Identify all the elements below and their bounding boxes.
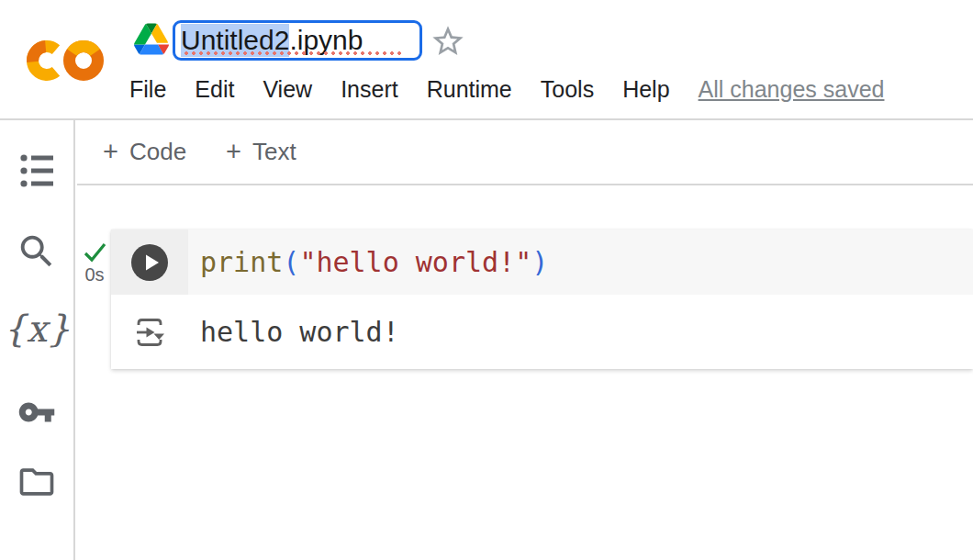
execution-indicator: 0s (79, 241, 110, 286)
check-icon (83, 241, 107, 263)
menu-tools[interactable]: Tools (541, 76, 594, 103)
code-token-string: "hello world!" (299, 246, 531, 278)
cell-code-row: print("hello world!") (111, 230, 973, 295)
add-code-button[interactable]: + Code (103, 136, 186, 167)
variables-icon[interactable]: {x} (3, 307, 70, 351)
menu-help[interactable]: Help (622, 76, 669, 103)
header: Untitled2.ipynb File Edit View Insert Ru… (0, 0, 973, 118)
play-icon (131, 244, 168, 281)
cell-output-icon[interactable] (134, 315, 165, 350)
output-gutter (111, 315, 188, 350)
add-text-label: Text (252, 138, 296, 166)
menu-view[interactable]: View (263, 76, 312, 103)
toolbar-divider (77, 184, 973, 185)
left-sidebar: {x} (0, 120, 75, 560)
colab-logo[interactable] (26, 37, 108, 84)
search-icon[interactable] (16, 230, 58, 273)
add-text-button[interactable]: + Text (226, 136, 296, 167)
code-cell: print("hello world!") hello world! (111, 230, 973, 369)
add-code-label: Code (129, 138, 186, 166)
cell-run-gutter (111, 230, 188, 295)
google-drive-icon (134, 23, 169, 55)
spellcheck-underline (183, 50, 401, 56)
run-cell-button[interactable] (131, 244, 168, 281)
folder-icon[interactable] (17, 462, 57, 502)
key-icon[interactable] (17, 393, 56, 431)
code-token-close-paren: ) (531, 246, 548, 278)
code-editor[interactable]: print("hello world!") (188, 230, 973, 295)
save-status-link[interactable]: All changes saved (699, 76, 885, 103)
menu-runtime[interactable]: Runtime (427, 76, 512, 103)
menu-edit[interactable]: Edit (195, 76, 234, 103)
menu-bar: File Edit View Insert Runtime Tools Help… (129, 76, 884, 103)
code-token-open-paren: ( (283, 246, 299, 278)
execution-time: 0s (84, 264, 104, 286)
star-outline-icon[interactable] (430, 23, 466, 60)
plus-icon: + (226, 136, 241, 167)
code-token-function: print (200, 246, 283, 278)
cell-output-row: hello world! (111, 295, 973, 369)
filename-input[interactable]: Untitled2.ipynb (173, 20, 422, 61)
cell-output-text: hello world! (188, 316, 399, 348)
menu-file[interactable]: File (129, 76, 166, 103)
menu-insert[interactable]: Insert (341, 76, 398, 103)
cell-toolbar: + Code + Text (77, 120, 973, 184)
plus-icon: + (103, 136, 118, 167)
table-of-contents-icon[interactable] (20, 153, 53, 188)
